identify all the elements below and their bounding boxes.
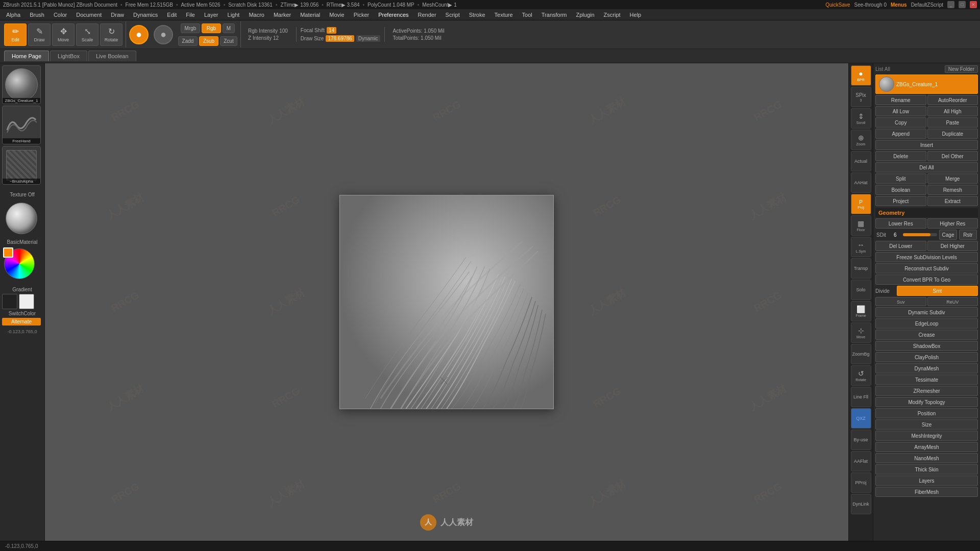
del-lower-btn[interactable]: Del Lower [875,241,926,251]
menu-movie[interactable]: Movie [325,11,348,19]
project-btn[interactable]: Project [875,196,926,206]
zremesher-btn[interactable]: ZRemesher [875,386,978,396]
material-circle[interactable]: ● [154,25,173,44]
copy-btn[interactable]: Copy [875,117,926,128]
menu-render[interactable]: Render [414,11,440,19]
suv-btn[interactable]: Suv [875,297,926,306]
menu-alpha[interactable]: Alpha [2,11,24,19]
duplicate-btn[interactable]: Duplicate [927,129,978,139]
line-fill-btn[interactable]: Line Fll [851,387,871,407]
menu-light[interactable]: Light [224,11,244,19]
position-btn[interactable]: Position [875,408,978,418]
maximize-btn[interactable]: □ [959,1,966,8]
menu-help[interactable]: Help [626,11,646,19]
insert-btn[interactable]: Insert [875,140,978,150]
menu-zscript[interactable]: Zscript [600,11,625,19]
tab-live-boolean[interactable]: Live Boolean [88,51,136,61]
extract-btn[interactable]: Extract [927,196,978,206]
tab-homepage[interactable]: Home Page [4,51,49,61]
fibermesh-btn[interactable]: FiberMesh [875,487,978,497]
menu-brush[interactable]: Brush [26,11,48,19]
split-btn[interactable]: Split [875,173,926,184]
qxyz-btn[interactable]: QXZ [851,408,871,429]
gradient-swatch[interactable] [2,294,42,309]
m-btn[interactable]: M [223,23,235,33]
geometry-section[interactable]: Geometry [875,208,978,217]
see-through-label[interactable]: See-through 0 [854,2,887,8]
claypolish-btn[interactable]: ClayPolish [875,352,978,362]
zoom-btn[interactable]: ⊕ Zoom [851,130,871,150]
meshintegrity-btn[interactable]: MeshIntegrity [875,431,978,441]
convert-bpr-btn[interactable]: Convert BPR To Geo [875,274,978,285]
down-link-btn[interactable]: DynLink [851,494,871,514]
zcut-btn[interactable]: Zcut [220,36,237,46]
all-low-btn[interactable]: All Low [875,106,926,116]
new-folder-btn[interactable]: New Folder [945,65,978,73]
modify-topology-btn[interactable]: Modify Topology [875,397,978,407]
minimize-btn[interactable]: _ [947,1,954,8]
nanomesh-btn[interactable]: NanoMesh [875,453,978,463]
canvas-area[interactable]: RRCG 人人素材 RRCG 人人素材 RRCG 人人素材 RRCG 人人素材 … [45,63,848,541]
zoom-bg-btn[interactable]: ZoomBg [851,344,871,364]
menu-script[interactable]: Script [442,11,464,19]
lsym-btn[interactable]: ↔ L.Sym [851,237,871,257]
arraymesh-btn[interactable]: ArrayMesh [875,442,978,452]
all-high-btn[interactable]: All High [927,106,978,116]
autoreorder-btn[interactable]: AutoReorder [927,95,978,105]
scroll-btn[interactable]: ⇕ Scroll [851,108,871,129]
switch-color-label[interactable]: SwitchColor [2,311,42,316]
rename-btn[interactable]: Rename [875,95,926,105]
menu-stroke[interactable]: Stroke [465,11,489,19]
byuse-btn[interactable]: By-use [851,430,871,450]
mrgb-btn[interactable]: Mrgb [181,23,200,33]
menu-file[interactable]: File [182,11,199,19]
actual-btn[interactable]: Actual [851,151,871,171]
delete-btn[interactable]: Delete [875,151,926,161]
menu-transform[interactable]: Transform [537,11,571,19]
default-script-label[interactable]: DefaultZScript [911,2,943,8]
brush-preview-1[interactable]: ZBGs_Creature_1 [2,65,41,104]
draw-btn[interactable]: ✎ Draw [28,23,51,46]
sdiv-slider[interactable] [903,233,937,236]
texture-off-label[interactable]: Texture Off [2,192,42,197]
rstr-btn[interactable]: Rstr [959,230,977,240]
del-other-btn[interactable]: Del Other [927,151,978,161]
sculpt-canvas[interactable] [339,195,554,409]
reconstruct-subdiv-btn[interactable]: Reconstruct Subdiv [875,263,978,273]
cage-btn[interactable]: Cage [939,230,957,240]
size-btn[interactable]: Size [875,419,978,430]
crease-btn[interactable]: Crease [875,330,978,340]
thick-skin-btn[interactable]: Thick Skin [875,464,978,474]
menu-preferences[interactable]: Preferences [374,11,412,19]
paste-btn[interactable]: Paste [927,117,978,128]
close-btn[interactable]: ✕ [970,1,977,8]
move-btn[interactable]: ✥ Move [52,23,75,46]
material-sphere[interactable] [2,199,41,238]
shadowbox-btn[interactable]: ShadowBox [875,341,978,351]
aahat-btn[interactable]: AAHat [851,172,871,193]
menu-color[interactable]: Color [50,11,71,19]
menus-btn[interactable]: Menus [891,2,907,8]
transp-btn[interactable]: Transp [851,258,871,279]
rotate-btn[interactable]: ↻ Rotate [100,23,122,46]
menu-macro[interactable]: Macro [244,11,268,19]
brush-circle[interactable]: ● [129,25,149,44]
material-label[interactable]: BasicMaterial [2,239,42,245]
menu-draw[interactable]: Draw [107,11,128,19]
menu-layer[interactable]: Layer [200,11,223,19]
del-all-btn[interactable]: Del All [875,162,978,172]
smt-select[interactable]: Smt [897,286,978,296]
boolean-btn[interactable]: Boolean [875,185,926,195]
menu-texture[interactable]: Texture [491,11,517,19]
alternate-btn[interactable]: Alternate [2,318,41,325]
move-obj-btn[interactable]: ⊹ Move [851,322,871,343]
lower-res-btn[interactable]: Lower Res [875,218,926,229]
del-higher-btn[interactable]: Del Higher [927,241,978,251]
reuv-btn[interactable]: ReUV [927,297,978,306]
edit-btn[interactable]: ✏ Edit [4,23,27,46]
remesh-btn[interactable]: Remesh [927,185,978,195]
pproj-btn[interactable]: P Proj [851,194,871,214]
zadd-btn[interactable]: Zadd [178,36,198,46]
menu-material[interactable]: Material [296,11,324,19]
edgeloop-btn[interactable]: EdgeLoop [875,318,978,329]
